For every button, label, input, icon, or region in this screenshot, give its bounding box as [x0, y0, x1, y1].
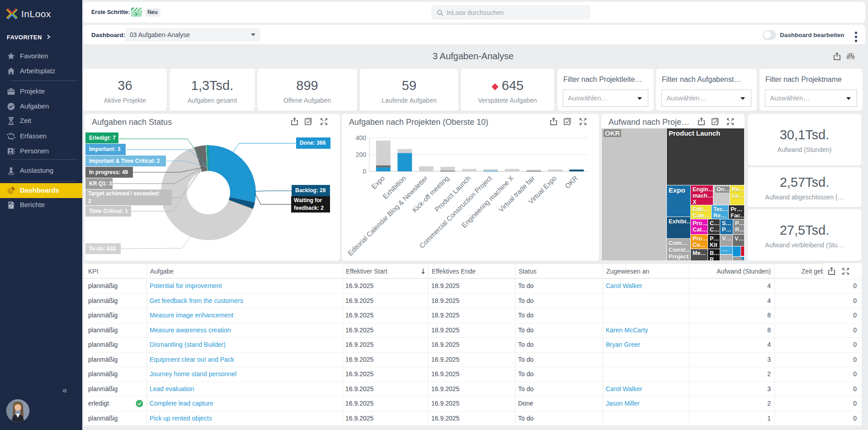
svg-text:Kick-off meeting: Kick-off meeting: [410, 174, 450, 214]
svg-text:Virtual trade fair: Virtual trade fair: [497, 174, 536, 213]
svg-text:OKR: OKR: [563, 174, 579, 190]
svg-text:Editorial Calendar Blog & News: Editorial Calendar Blog & Newsletter: [346, 174, 429, 257]
svg-text:400: 400: [356, 134, 367, 142]
svg-text:Expo: Expo: [370, 174, 386, 190]
svg-text:200: 200: [356, 151, 367, 158]
svg-text:0: 0: [363, 168, 366, 175]
